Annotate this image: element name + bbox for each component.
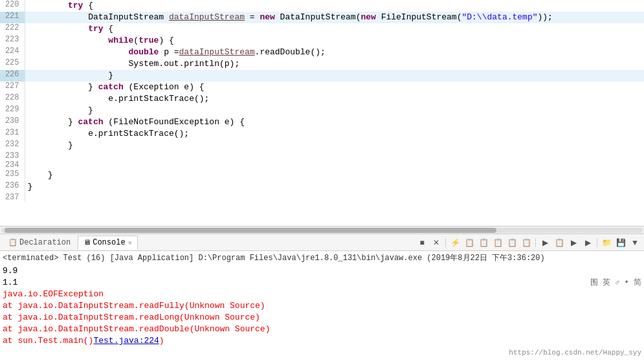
line-content-228: e.printStackTrace(); (25, 93, 644, 105)
run-button[interactable]: ▶ (539, 236, 551, 249)
tab-console-label: Console (93, 238, 125, 247)
line-content-229: } (25, 105, 644, 116)
line-num-224: 224 (0, 47, 25, 58)
stack-trace-line-1: at java.io.DataInputStream.readLong(Unkn… (3, 312, 641, 324)
line-content-227: } catch (Exception e) { (25, 82, 644, 93)
line-content-235: } (25, 170, 644, 181)
tab-bar: 📋 Declaration 🖥 Console ✕ ■ ✕ ⚡ 📋 📋 📋 📋 … (0, 234, 644, 251)
stack-trace-line-3: at sun.Test.main()Test.java:224) (3, 335, 641, 347)
line-num-220: 220 (0, 0, 25, 12)
line-num-233: 233 (0, 151, 25, 160)
line-content-236: } (25, 181, 644, 193)
console-tab-close[interactable]: ✕ (128, 239, 132, 247)
line-num-232: 232 (0, 140, 25, 151)
line-num-223: 223 (0, 35, 25, 47)
code-table: 220 try {221 DataInputStream dataInputSt… (0, 0, 644, 202)
code-editor: 220 try {221 DataInputStream dataInputSt… (0, 0, 644, 234)
scrollbar-track[interactable] (1, 228, 643, 233)
open-button[interactable]: 📁 (600, 236, 613, 249)
line-content-224: double p =dataInputStream.readDouble(); (25, 47, 644, 58)
line-content-223: while(true) { (25, 35, 644, 47)
toolbar-sep-2 (535, 238, 536, 247)
toolbar-btn-10[interactable]: 📋 (553, 236, 566, 249)
toolbar-btn-4[interactable]: 📋 (463, 236, 476, 249)
toolbar-btn-6[interactable]: 📋 (491, 236, 504, 249)
line-content-225: System.out.println(p); (25, 58, 644, 70)
toolbar-sep-1 (445, 238, 446, 247)
line-content-231: e.printStackTrace(); (25, 128, 644, 140)
ime-indicator: 围 英 ♂ • 简 (590, 277, 641, 289)
toolbar-btn-3[interactable]: ⚡ (449, 236, 461, 249)
toolbar-btn-5[interactable]: 📋 (477, 236, 490, 249)
stack-trace-line-2: at java.io.DataInputStream.readDouble(Un… (3, 324, 641, 335)
declaration-tab-icon: 📋 (8, 238, 17, 247)
line-content-221: DataInputStream dataInputStream = new Da… (25, 12, 644, 23)
code-scroll-area[interactable]: 220 try {221 DataInputStream dataInputSt… (0, 0, 644, 226)
save-button[interactable]: 💾 (614, 236, 627, 249)
line-content-230: } catch (FileNotFoundException e) { (25, 116, 644, 128)
bottom-panel: 📋 Declaration 🖥 Console ✕ ■ ✕ ⚡ 📋 📋 📋 📋 … (0, 234, 644, 363)
stop-button[interactable]: ■ (416, 236, 428, 249)
line-content-226: } (25, 70, 644, 82)
line-num-237: 237 (0, 193, 25, 202)
dropdown-button[interactable]: ▼ (628, 236, 641, 249)
console-tab-icon: 🖥 (83, 238, 91, 247)
line-num-221: 221 (0, 12, 25, 23)
stack-trace: at java.io.DataInputStream.readFully(Unk… (3, 300, 641, 347)
line-content-232: } (25, 140, 644, 151)
scrollbar-thumb[interactable] (5, 228, 496, 233)
line-num-236: 236 (0, 181, 25, 193)
tab-declaration[interactable]: 📋 Declaration (3, 236, 76, 250)
line-num-225: 225 (0, 58, 25, 70)
console-watermark: https://blog.csdn.net/Happy_syy (3, 347, 641, 358)
line-content-222: try { (25, 23, 644, 35)
console-output-area: <terminated> Test (16) [Java Application… (0, 251, 644, 363)
stack-trace-line-0: at java.io.DataInputStream.readFully(Unk… (3, 300, 641, 312)
tab-declaration-label: Declaration (19, 238, 71, 247)
toolbar-btn-8[interactable]: 📋 (520, 236, 533, 249)
console-status: <terminated> Test (16) [Java Application… (3, 252, 641, 264)
toolbar-btn-7[interactable]: 📋 (505, 236, 518, 249)
toolbar-btn-12[interactable]: ▶ (581, 236, 594, 249)
line-content-220: try { (25, 0, 644, 12)
line-num-234: 234 (0, 160, 25, 170)
line-content-237 (25, 193, 644, 202)
line-num-235: 235 (0, 170, 25, 181)
line-num-228: 228 (0, 93, 25, 105)
horizontal-scrollbar[interactable] (0, 226, 644, 234)
line-num-222: 222 (0, 23, 25, 35)
console-error-class: java.io.EOFException (3, 289, 641, 300)
line-content-233 (25, 151, 644, 160)
toolbar-btn-11[interactable]: ▶ (567, 236, 580, 249)
line-num-226: 226 (0, 70, 25, 82)
toolbar-sep-3 (597, 238, 597, 247)
line-num-230: 230 (0, 116, 25, 128)
console-output-11: 1.1 围 英 ♂ • 简 (3, 277, 641, 289)
line-num-231: 231 (0, 128, 25, 140)
tab-toolbar: ■ ✕ ⚡ 📋 📋 📋 📋 📋 ▶ 📋 ▶ ▶ 📁 💾 ▼ (416, 236, 641, 249)
stack-trace-link[interactable]: Test.java:224 (93, 336, 159, 346)
tab-console[interactable]: 🖥 Console ✕ (78, 236, 137, 250)
line-content-234 (25, 160, 644, 170)
console-output-99: 9.9 (3, 265, 641, 277)
terminate-button[interactable]: ✕ (430, 236, 443, 249)
line-num-229: 229 (0, 105, 25, 116)
line-num-227: 227 (0, 82, 25, 93)
